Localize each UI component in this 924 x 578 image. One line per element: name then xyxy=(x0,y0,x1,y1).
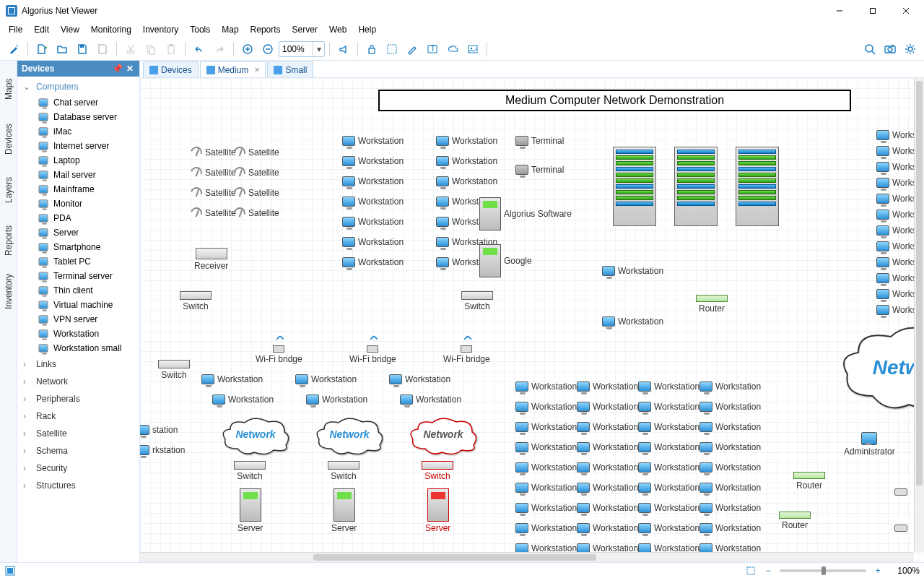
map-node[interactable]: Workstation xyxy=(638,503,699,513)
cat-security[interactable]: ›Security xyxy=(17,460,139,477)
map-node[interactable]: Workstation xyxy=(699,503,761,513)
map-node[interactable]: Workstation xyxy=(577,462,638,473)
device-item[interactable]: Virtual machine xyxy=(17,298,139,312)
map-node[interactable]: Workstation xyxy=(342,176,404,186)
device-item[interactable]: Mainframe xyxy=(17,182,139,197)
map-node[interactable]: Switch xyxy=(461,291,493,311)
map-node[interactable]: Workstation xyxy=(699,523,761,533)
map-node[interactable]: Workstation xyxy=(638,381,699,392)
map-node[interactable]: Workstation xyxy=(515,422,577,432)
device-item[interactable]: Smartphone xyxy=(17,240,139,254)
map-node[interactable]: Workstation xyxy=(515,462,577,473)
map-node[interactable]: Works xyxy=(876,130,917,140)
lock-icon[interactable] xyxy=(362,40,381,59)
map-node[interactable]: Workstation xyxy=(342,257,404,267)
device-item[interactable]: Monitor xyxy=(17,197,139,211)
map-node[interactable]: Workstation xyxy=(638,462,699,473)
menu-server[interactable]: Server xyxy=(287,23,323,36)
map-node[interactable]: Wi-Fi bridge xyxy=(443,345,490,364)
tab-small[interactable]: Small xyxy=(267,61,313,77)
cat-rack[interactable]: ›Rack xyxy=(17,407,139,425)
zoom-in-icon[interactable] xyxy=(238,40,257,59)
map-node[interactable]: Workstation xyxy=(638,402,699,412)
map-node[interactable]: Router xyxy=(696,295,728,314)
pin-icon[interactable]: 📌 xyxy=(112,64,122,74)
wizard-icon[interactable] xyxy=(4,40,23,59)
open-icon[interactable] xyxy=(53,40,71,59)
map-node[interactable]: Workstation xyxy=(515,503,577,513)
map-node[interactable]: Workstation xyxy=(515,523,577,533)
map-node[interactable]: Workstation xyxy=(342,136,404,146)
zoom-combo[interactable]: ▾ xyxy=(279,41,325,57)
map-node[interactable]: Workstation xyxy=(389,374,450,384)
device-item[interactable]: Tablet PC xyxy=(17,254,139,269)
menu-monitoring[interactable]: Monitoring xyxy=(85,23,137,36)
device-item[interactable]: Internet server xyxy=(17,139,139,153)
map-node[interactable]: Satellite xyxy=(234,167,279,178)
network-cloud[interactable]: Network xyxy=(219,416,292,456)
map-node[interactable]: Workstation xyxy=(577,402,638,412)
map-node[interactable]: Workstation xyxy=(306,394,367,405)
menu-reports[interactable]: Reports xyxy=(245,23,287,36)
network-cloud[interactable]: Network xyxy=(313,416,385,456)
map-node[interactable]: Server xyxy=(237,488,263,533)
map-node[interactable]: Switch xyxy=(180,291,212,311)
map-node[interactable]: Algorius Software xyxy=(479,197,572,230)
map-node[interactable]: Workstation xyxy=(436,156,497,166)
map-node[interactable]: Workstation xyxy=(699,402,761,412)
map-node[interactable]: Workstation xyxy=(602,316,663,327)
map-node[interactable]: Workstation xyxy=(638,523,699,533)
map-node[interactable]: Satellite xyxy=(191,147,236,158)
map-node[interactable]: Workstation xyxy=(577,503,638,513)
map-node[interactable] xyxy=(894,488,907,496)
map-node[interactable] xyxy=(736,147,779,226)
fit-screen-icon[interactable] xyxy=(745,565,757,577)
map-node[interactable]: Satellite xyxy=(234,207,279,219)
menu-map[interactable]: Map xyxy=(216,23,244,36)
menu-help[interactable]: Help xyxy=(352,23,382,36)
map-node[interactable]: Workstation xyxy=(577,523,638,533)
map-node[interactable]: Workstation xyxy=(342,197,404,207)
map-node[interactable]: Workstation xyxy=(436,136,497,146)
map-node[interactable]: Workstation xyxy=(515,442,577,452)
map-node[interactable]: Switch xyxy=(422,461,453,481)
panel-close-icon[interactable]: ✕ xyxy=(125,64,135,74)
map-node[interactable]: Satellite xyxy=(191,207,236,219)
map-node[interactable]: Workstation xyxy=(515,381,577,392)
device-item[interactable]: Chat server xyxy=(17,95,139,110)
device-item[interactable]: Server xyxy=(17,225,139,240)
map-node[interactable]: Server xyxy=(331,488,357,533)
cat-network[interactable]: ›Network xyxy=(17,373,139,390)
network-cloud[interactable]: Network xyxy=(407,416,479,456)
map-node[interactable]: Works xyxy=(876,210,917,220)
map-node[interactable]: Terminal xyxy=(515,136,564,146)
map-node[interactable]: Satellite xyxy=(191,187,236,199)
menu-tools[interactable]: Tools xyxy=(184,23,216,36)
device-tree[interactable]: ⌄Computers Chat serverDatabase serveriMa… xyxy=(17,77,139,562)
map-node[interactable]: Workstation xyxy=(699,483,761,493)
select-icon[interactable] xyxy=(383,40,401,59)
device-item[interactable]: Thin client xyxy=(17,283,139,298)
map-node[interactable]: Switch xyxy=(328,461,359,481)
map-node[interactable]: Workstation xyxy=(436,176,497,186)
device-item[interactable]: Terminal server xyxy=(17,269,139,283)
map-node[interactable]: Administrator xyxy=(844,432,895,457)
minimize-button[interactable] xyxy=(823,0,856,22)
device-item[interactable]: Mail server xyxy=(17,168,139,182)
image-icon[interactable] xyxy=(463,40,482,59)
map-node[interactable]: Works xyxy=(876,225,917,236)
map-node[interactable]: Workstation xyxy=(699,462,761,473)
tab-medium[interactable]: Medium× xyxy=(200,61,266,77)
copy-icon[interactable] xyxy=(141,40,160,59)
gear-icon[interactable] xyxy=(901,40,920,59)
map-node[interactable]: Works xyxy=(876,241,917,251)
rail-tab-maps[interactable]: Maps xyxy=(1,64,17,114)
zoom-plus-icon[interactable]: + xyxy=(872,565,884,577)
draw-icon[interactable] xyxy=(403,40,422,59)
menu-inventory[interactable]: Inventory xyxy=(137,23,184,36)
map-node[interactable]: Workstation xyxy=(295,374,357,384)
map-node[interactable]: Workstation xyxy=(212,394,274,405)
device-item[interactable]: Workstation small xyxy=(17,341,139,355)
map-node[interactable]: Workstation xyxy=(638,422,699,432)
map-node[interactable]: Works xyxy=(876,162,917,172)
